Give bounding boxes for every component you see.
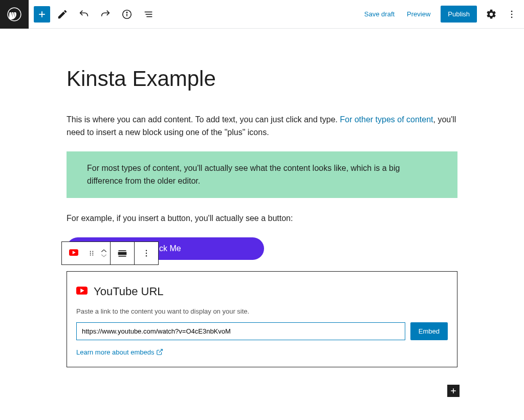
undo-button[interactable] [75, 5, 93, 24]
wordpress-logo[interactable] [0, 0, 29, 29]
youtube-icon [76, 286, 88, 297]
block-toolbar [61, 241, 159, 265]
other-content-link[interactable]: For other types of content [340, 115, 433, 124]
chevron-down-icon [100, 253, 107, 258]
outline-button[interactable] [139, 5, 158, 24]
callout-block[interactable]: For most types of content, you'll actual… [67, 151, 457, 198]
save-draft-button[interactable]: Save draft [359, 6, 400, 22]
intro-text-a: This is where you can add content. To ad… [67, 115, 340, 124]
svg-point-10 [511, 13, 513, 15]
undo-icon [78, 9, 90, 20]
more-vertical-icon [142, 249, 151, 258]
wordpress-icon [7, 7, 21, 21]
svg-point-27 [146, 253, 147, 254]
info-button[interactable] [118, 5, 136, 24]
more-options-button[interactable] [503, 5, 521, 24]
svg-point-28 [146, 255, 147, 256]
settings-button[interactable] [482, 5, 500, 24]
embed-header: YouTube URL [76, 285, 448, 298]
embed-title: YouTube URL [94, 285, 164, 298]
embed-submit-button[interactable]: Embed [410, 322, 448, 340]
move-arrows[interactable] [98, 242, 110, 264]
youtube-icon [69, 249, 78, 258]
block-more-button[interactable] [135, 242, 158, 264]
svg-point-17 [90, 251, 91, 252]
svg-point-19 [90, 253, 91, 254]
block-type-button[interactable] [62, 242, 85, 264]
svg-point-9 [511, 10, 513, 12]
drag-icon [88, 250, 95, 257]
plus-icon [37, 9, 47, 19]
svg-point-21 [90, 255, 91, 256]
svg-line-14 [159, 349, 162, 352]
more-vertical-icon [507, 9, 517, 19]
redo-icon [100, 9, 111, 20]
edit-mode-button[interactable] [53, 5, 72, 24]
embed-url-input[interactable] [76, 322, 405, 340]
toolbar-left-group [29, 5, 158, 24]
publish-button[interactable]: Publish [441, 6, 477, 23]
external-link-icon [156, 348, 163, 356]
editor-top-bar: Save draft Preview Publish [0, 0, 524, 29]
embed-input-row: Embed [76, 322, 448, 340]
align-button[interactable] [111, 242, 134, 264]
post-title[interactable]: Kinsta Example [67, 67, 457, 91]
list-view-icon [143, 9, 154, 20]
svg-point-18 [92, 251, 93, 252]
svg-point-11 [511, 16, 513, 18]
learn-more-text: Learn more about embeds [76, 348, 154, 356]
gear-icon [486, 9, 497, 20]
redo-button[interactable] [96, 5, 115, 24]
preview-button[interactable]: Preview [402, 6, 435, 22]
example-paragraph[interactable]: For example, if you insert a button, you… [67, 212, 457, 225]
learn-more-link[interactable]: Learn more about embeds [76, 348, 163, 356]
svg-point-22 [92, 255, 93, 256]
add-block-button[interactable] [34, 6, 50, 23]
svg-point-5 [126, 12, 127, 12]
svg-rect-24 [119, 252, 126, 254]
plus-icon [449, 387, 457, 395]
chevron-up-icon [100, 249, 107, 253]
drag-handle[interactable] [85, 242, 98, 264]
intro-paragraph[interactable]: This is where you can add content. To ad… [67, 114, 457, 139]
info-icon [121, 9, 133, 20]
youtube-embed-block[interactable]: YouTube URL Paste a link to the content … [67, 271, 457, 367]
svg-point-20 [92, 253, 93, 254]
toolbar-right-group: Save draft Preview Publish [359, 5, 521, 24]
svg-point-26 [146, 250, 147, 251]
pencil-icon [57, 9, 68, 20]
align-icon [117, 248, 127, 258]
embed-instructions: Paste a link to the content you want to … [76, 307, 448, 315]
add-block-corner-button[interactable] [447, 385, 460, 397]
editor-content: Kinsta Example This is where you can add… [0, 29, 524, 367]
